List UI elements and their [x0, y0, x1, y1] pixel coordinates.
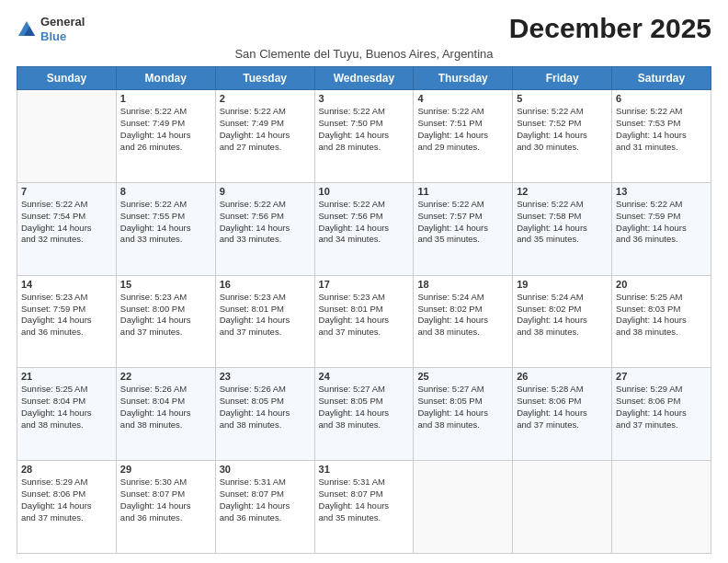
daylight-minutes: and 38 minutes. — [417, 419, 508, 431]
daylight-minutes: and 38 minutes. — [616, 327, 707, 339]
sunset-text: Sunset: 8:03 PM — [616, 304, 707, 316]
table-cell: 11 Sunrise: 5:22 AM Sunset: 7:57 PM Dayl… — [414, 182, 513, 275]
sunrise-text: Sunrise: 5:23 AM — [220, 292, 311, 304]
sunrise-text: Sunrise: 5:27 AM — [417, 384, 508, 396]
daylight-text: Daylight: 14 hours — [319, 315, 410, 327]
date-number: 12 — [517, 186, 608, 197]
date-number: 26 — [517, 371, 608, 382]
daylight-text: Daylight: 14 hours — [417, 408, 508, 419]
sunrise-text: Sunrise: 5:22 AM — [517, 199, 608, 211]
daylight-minutes: and 36 minutes. — [21, 327, 112, 339]
daylight-minutes: and 34 minutes. — [319, 234, 410, 246]
daylight-text: Daylight: 14 hours — [120, 500, 211, 512]
daylight-minutes: and 35 minutes. — [417, 234, 508, 246]
date-number: 1 — [120, 93, 211, 104]
date-number: 23 — [220, 371, 311, 382]
header-wednesday: Wednesday — [314, 67, 414, 90]
daylight-text: Daylight: 14 hours — [616, 315, 707, 327]
sunset-text: Sunset: 8:07 PM — [319, 488, 410, 500]
table-cell: 18 Sunrise: 5:24 AM Sunset: 8:02 PM Dayl… — [414, 275, 513, 368]
daylight-text: Daylight: 14 hours — [517, 130, 608, 142]
table-cell: 13 Sunrise: 5:22 AM Sunset: 7:59 PM Dayl… — [612, 182, 711, 275]
table-cell: 8 Sunrise: 5:22 AM Sunset: 7:55 PM Dayli… — [116, 182, 215, 275]
sunrise-text: Sunrise: 5:31 AM — [319, 477, 410, 488]
daylight-minutes: and 28 minutes. — [319, 142, 410, 154]
sunrise-text: Sunrise: 5:23 AM — [21, 292, 112, 304]
table-cell — [414, 461, 513, 554]
week-row-4: 21 Sunrise: 5:25 AM Sunset: 8:04 PM Dayl… — [17, 368, 711, 461]
table-cell: 14 Sunrise: 5:23 AM Sunset: 7:59 PM Dayl… — [17, 275, 117, 368]
table-cell: 20 Sunrise: 5:25 AM Sunset: 8:03 PM Dayl… — [612, 275, 711, 368]
calendar-page: General Blue December 2025 San Clemente … — [0, 0, 728, 563]
daylight-minutes: and 36 minutes. — [616, 234, 707, 246]
sunrise-text: Sunrise: 5:24 AM — [517, 292, 608, 304]
sunrise-text: Sunrise: 5:23 AM — [120, 292, 211, 304]
date-number: 30 — [220, 464, 311, 475]
daylight-text: Daylight: 14 hours — [220, 130, 311, 142]
main-title: December 2025 — [509, 13, 711, 43]
sunset-text: Sunset: 8:05 PM — [417, 396, 508, 408]
header-sunday: Sunday — [17, 67, 117, 90]
week-row-2: 7 Sunrise: 5:22 AM Sunset: 7:54 PM Dayli… — [17, 182, 711, 275]
sunrise-text: Sunrise: 5:22 AM — [417, 106, 508, 118]
sunset-text: Sunset: 8:04 PM — [120, 396, 211, 408]
daylight-text: Daylight: 14 hours — [220, 223, 311, 235]
daylight-text: Daylight: 14 hours — [417, 130, 508, 142]
table-cell: 12 Sunrise: 5:22 AM Sunset: 7:58 PM Dayl… — [513, 182, 612, 275]
table-cell: 16 Sunrise: 5:23 AM Sunset: 8:01 PM Dayl… — [215, 275, 314, 368]
date-number: 14 — [21, 279, 112, 290]
sunset-text: Sunset: 7:56 PM — [319, 211, 410, 223]
table-cell: 17 Sunrise: 5:23 AM Sunset: 8:01 PM Dayl… — [314, 275, 414, 368]
header-monday: Monday — [116, 67, 215, 90]
sunset-text: Sunset: 8:05 PM — [220, 396, 311, 408]
weekday-header-row: Sunday Monday Tuesday Wednesday Thursday… — [17, 67, 711, 90]
daylight-minutes: and 38 minutes. — [517, 327, 608, 339]
sunset-text: Sunset: 7:50 PM — [319, 118, 410, 130]
daylight-text: Daylight: 14 hours — [517, 408, 608, 419]
sunrise-text: Sunrise: 5:25 AM — [616, 292, 707, 304]
date-number: 13 — [616, 186, 707, 197]
daylight-minutes: and 26 minutes. — [120, 142, 211, 154]
date-number: 22 — [120, 371, 211, 382]
sunset-text: Sunset: 8:01 PM — [220, 304, 311, 316]
sunrise-text: Sunrise: 5:22 AM — [120, 199, 211, 211]
daylight-text: Daylight: 14 hours — [319, 130, 410, 142]
daylight-text: Daylight: 14 hours — [220, 315, 311, 327]
table-cell: 4 Sunrise: 5:22 AM Sunset: 7:51 PM Dayli… — [414, 90, 513, 183]
sunrise-text: Sunrise: 5:22 AM — [616, 106, 707, 118]
sunset-text: Sunset: 8:02 PM — [417, 304, 508, 316]
date-number: 4 — [417, 93, 508, 104]
sunset-text: Sunset: 8:00 PM — [120, 304, 211, 316]
sunrise-text: Sunrise: 5:22 AM — [319, 199, 410, 211]
date-number: 29 — [120, 464, 211, 475]
daylight-text: Daylight: 14 hours — [120, 223, 211, 235]
daylight-minutes: and 33 minutes. — [220, 234, 311, 246]
sunset-text: Sunset: 8:07 PM — [120, 488, 211, 500]
sunset-text: Sunset: 8:01 PM — [319, 304, 410, 316]
daylight-text: Daylight: 14 hours — [517, 223, 608, 235]
daylight-text: Daylight: 14 hours — [319, 408, 410, 419]
sunset-text: Sunset: 7:52 PM — [517, 118, 608, 130]
sunset-text: Sunset: 7:59 PM — [616, 211, 707, 223]
date-number: 31 — [319, 464, 410, 475]
header-friday: Friday — [513, 67, 612, 90]
daylight-text: Daylight: 14 hours — [21, 315, 112, 327]
header-tuesday: Tuesday — [215, 67, 314, 90]
sunset-text: Sunset: 8:06 PM — [21, 488, 112, 500]
table-cell: 3 Sunrise: 5:22 AM Sunset: 7:50 PM Dayli… — [314, 90, 414, 183]
daylight-minutes: and 37 minutes. — [616, 419, 707, 431]
table-cell: 31 Sunrise: 5:31 AM Sunset: 8:07 PM Dayl… — [314, 461, 414, 554]
table-cell: 27 Sunrise: 5:29 AM Sunset: 8:06 PM Dayl… — [612, 368, 711, 461]
sunset-text: Sunset: 8:02 PM — [517, 304, 608, 316]
sunrise-text: Sunrise: 5:27 AM — [319, 384, 410, 396]
daylight-minutes: and 38 minutes. — [417, 327, 508, 339]
daylight-text: Daylight: 14 hours — [120, 315, 211, 327]
logo-blue: Blue — [40, 29, 85, 44]
date-number: 15 — [120, 279, 211, 290]
daylight-minutes: and 37 minutes. — [220, 327, 311, 339]
sunrise-text: Sunrise: 5:22 AM — [616, 199, 707, 211]
table-cell — [612, 461, 711, 554]
daylight-minutes: and 37 minutes. — [120, 327, 211, 339]
daylight-text: Daylight: 14 hours — [21, 408, 112, 419]
sunset-text: Sunset: 7:58 PM — [517, 211, 608, 223]
